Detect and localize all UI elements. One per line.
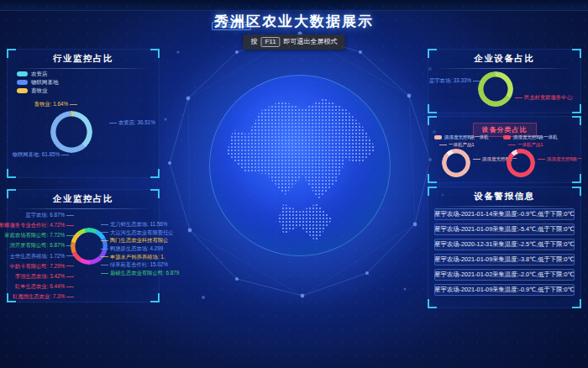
legend-item[interactable]: 温湿度光照8路一体机 [434, 134, 489, 140]
top-bar [0, 0, 588, 11]
chart-label: 大运河生态农业有限责任公 [101, 229, 174, 236]
panel-device-class-ratio: 设备分类占比 温湿度光照8路一体机 一体机产品1 温湿度光照8路一 温湿度光照8… [428, 116, 581, 183]
panel-title: 企业监控占比 [7, 189, 160, 209]
legend-item[interactable]: 畜牧业 [17, 87, 59, 95]
legend-item[interactable]: 物联网基地 [17, 78, 59, 87]
alarm-row: 星宇农场-2021-01-09采集温度:-0.9℃,低于下限:0℃ [434, 284, 575, 296]
alarm-row: 星宇农场-2020-12-31采集温度:-2.5℃,低于下限:0℃ [434, 239, 575, 250]
continent-dots-asia [223, 98, 375, 203]
chart-label: 绿草苑茗合作社: 15.02% [101, 261, 168, 268]
alarm-row: 星宇农场-2021-01-02采集温度:-2.0℃,低于下限:0℃ [434, 269, 575, 281]
page-title: 秀洲区农业大数据展示 [0, 12, 588, 31]
alarm-row: 星宇农场-2021-01-09采集温度:-3.8℃,低于下限:0℃ [434, 254, 575, 265]
chart-label: 温湿度光照8路一 [538, 156, 582, 162]
enterprise-left-labels: 星宇农场: 6.87% 彩蝶服务专业合作社: 4.72% 家庭农场有限公司: 7… [7, 212, 74, 300]
f11-key: F11 [260, 37, 280, 47]
chart-label: 鸭堡原生态农场: 4.299 [101, 245, 163, 252]
chart-label: 一体机产品1 [508, 142, 543, 148]
alarm-row: 星宇农场-2021-01-09采集温度:-5.4℃,低于下限:0℃ [434, 223, 575, 235]
panel-enterprise-equipment-ratio: 企业设备占比 星宇农场: 33.33% 民主村党群服务中心: [428, 49, 581, 113]
legend-label: 农资店 [31, 71, 48, 78]
panel-industry-monitor-ratio: 行业监控占比 农资店 物联网基地 畜牧业 畜牧业: 1.64% 农资店: 36.… [7, 49, 160, 178]
industry-legend: 农资店 物联网基地 畜牧业 [17, 70, 59, 95]
dashboard-screen: TASGOUREAT 秀洲区农业大数据展示 按F11即可退出全屏模式 行业监控占… [0, 0, 588, 368]
chart-label: 士华生态养殖场: 1.72% [10, 253, 74, 260]
chart-label: 李强生态农场: 3.42% [15, 273, 74, 280]
continent-dots-islands [278, 203, 333, 241]
alarm-list: 星宇农场-2021-01-14采集温度:-0.9℃,低于下限:0℃ 星宇农场-2… [434, 208, 575, 299]
legend-swatch [17, 80, 28, 85]
panel-device-alarm-info: 设备警报信息 星宇农场-2021-01-14采集温度:-0.9℃,低于下限:0℃… [428, 187, 581, 308]
legend-label: 温湿度光照8路一体机 [513, 134, 558, 140]
chart-label: 星宇农场: 33.33% [429, 77, 476, 84]
alarm-row: 星宇农场-2021-01-14采集温度:-0.9℃,低于下限:0℃ [434, 208, 575, 220]
legend-swatch [434, 135, 442, 139]
chart-label: 润开发有限公司: 6.87% [10, 242, 74, 249]
chart-label: 北刀鲜生态农场: 11.56% [101, 221, 167, 228]
legend-item[interactable]: 农资店 [17, 70, 59, 78]
globe-visualization [209, 75, 391, 256]
legend-label: 物联网基地 [31, 79, 59, 87]
panel-enterprise-monitor-ratio: 企业监控占比 星宇农场: 6.87% 彩蝶服务专业合作社: 4.72% 家庭农场… [7, 189, 160, 302]
chart-label: 陶门生态农业科技有限公 [101, 237, 168, 244]
tip-prefix: 按 [250, 38, 257, 45]
legend-swatch [503, 135, 511, 139]
chart-label: 家庭农场有限公司: 7.72% [4, 232, 74, 239]
chart-label: 星宇农场: 6.87% [25, 212, 74, 218]
chart-label: 新硕生态农业有限公司: 6.879 [101, 270, 179, 276]
chart-label: 民主村党群服务中心: [515, 94, 573, 101]
device-class-donut-left [442, 149, 470, 177]
chart-label: 农资店: 36.51% [109, 119, 155, 126]
equipment-donut-chart [478, 71, 513, 107]
chart-label: 一体机产品1 [439, 142, 475, 148]
chart-label: 红丰生态农业: 6.44% [15, 283, 74, 290]
chart-label: 物联网基地: 61.85% [8, 151, 69, 158]
chart-label: 畜牧业: 1.64% [13, 101, 77, 108]
legend-swatch [17, 88, 28, 93]
panel-title: 设备警报信息 [428, 187, 581, 207]
enterprise-right-labels: 北刀鲜生态农场: 11.56% 大运河生态农业有限责任公 陶门生态农业科技有限公… [101, 221, 160, 276]
chart-label: 丰源水产饲养养殖场: 1. [101, 254, 165, 260]
device-class-donut-right [507, 149, 535, 177]
legend-swatch [17, 71, 28, 76]
legend-item[interactable]: 温湿度光照8路一体机 [503, 134, 558, 140]
industry-donut-chart [50, 111, 92, 153]
panel-title: 企业设备占比 [428, 49, 581, 69]
legend-label: 温湿度光照8路一体机 [444, 134, 489, 140]
legend-label: 畜牧业 [31, 87, 48, 95]
chart-label: 彩蝶服务专业合作社: 4.72% [0, 222, 74, 229]
fullscreen-exit-tooltip: 按F11即可退出全屏模式 [243, 34, 344, 50]
chart-label: 红魔国生态农业: 7.3% [13, 293, 74, 300]
tip-suffix: 即可退出全屏模式 [284, 38, 338, 45]
panel-title: 行业监控占比 [7, 49, 160, 69]
chart-label: 中奶卡有限公司: 7.29% [10, 263, 74, 270]
